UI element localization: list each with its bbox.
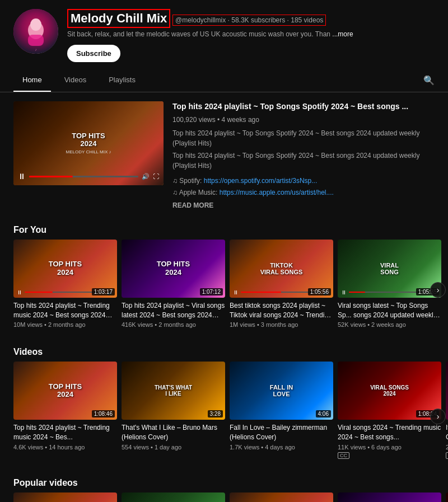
- video-thumbnail[interactable]: TOP HITS2024 ⏸ 🔊 1:03:17: [13, 492, 117, 502]
- apple-music-link[interactable]: https://music.apple.com/us/artist/hel...…: [220, 189, 334, 196]
- featured-desc2: Top hits 2024 playlist ~ Top Songs Spoti…: [172, 151, 435, 171]
- list-item[interactable]: TOP HITS2024 1:07:12 Top hits 2024 playl…: [122, 240, 225, 332]
- video-thumbnail[interactable]: TRENDINGMUSIC 2024 ⏸ 🔊 1:04:36: [338, 492, 441, 502]
- popular-section-header: Popular videos: [0, 471, 448, 492]
- list-item[interactable]: FALL INLOVE 4:06 Fall In Love – Bailey z…: [230, 362, 333, 462]
- fullscreen-icon[interactable]: ⛶: [153, 173, 159, 180]
- list-item[interactable]: TOP HITS2024 1:08:46 Top hits 2024 playl…: [13, 362, 117, 462]
- featured-section: TOP HITS2024 MELODY CHILL MIX ♪ ⏸ 🔊 ⛶ To…: [0, 92, 448, 218]
- channel-name: Melody Chill Mix: [67, 9, 170, 28]
- video-meta: 2.1K views • 8 days ago: [446, 444, 448, 451]
- scroll-right-arrow-videos[interactable]: ›: [430, 409, 446, 424]
- video-meta: 4.6K views • 14 hours ago: [13, 444, 117, 451]
- list-item[interactable]: VIRAL SONGSLATEST ⏸ 🔊 1:07:51 Viral song…: [122, 492, 225, 502]
- video-info: It's You – Ali Gatie (Chilledlab Cover) …: [446, 420, 448, 462]
- list-item[interactable]: THAT'S WHATI LIKE 3:28 That's What I Lik…: [122, 362, 225, 462]
- cc-badge: CC: [446, 452, 448, 459]
- read-more-btn[interactable]: READ MORE: [172, 201, 435, 209]
- mini-play-icon[interactable]: ⏸: [341, 289, 347, 295]
- video-title: Fall In Love – Bailey zimmerman (Helions…: [230, 423, 333, 442]
- thumb-label: VIRAL SONGS2024: [370, 384, 409, 397]
- video-title: Best tiktok songs 2024 playlist ~ Tiktok…: [230, 301, 333, 320]
- video-thumbnail[interactable]: TOP HITS2024 1:08:46: [13, 362, 117, 420]
- video-title: Top hits 2024 playlist ~ Trending music …: [13, 301, 117, 320]
- apple-link-row: ♫ Apple Music: https://music.apple.com/u…: [172, 187, 435, 199]
- video-meta: 10M views • 2 months ago: [13, 321, 117, 328]
- video-title: It's You – Ali Gatie (Chilledlab Cover): [446, 423, 448, 442]
- video-thumbnail[interactable]: THAT'S WHATI LIKE 3:28: [122, 362, 225, 420]
- video-info: Fall In Love – Bailey zimmerman (Helions…: [230, 420, 333, 454]
- video-info: Top hits 2024 playlist ~ Viral songs lat…: [122, 298, 225, 332]
- channel-avatar: ♪: [13, 9, 58, 54]
- list-item[interactable]: TOP HITS2024 ⏸ 🔊 1:03:17 Top hits 2024 p…: [13, 492, 117, 502]
- video-title: Top hits 2024 playlist ~ Trending music …: [13, 423, 117, 442]
- duration-badge: 1:05:56: [308, 288, 331, 295]
- list-item[interactable]: VIRAL SONGS2024 1:08:24 Viral songs 2024…: [338, 362, 441, 462]
- video-thumbnail[interactable]: FALL INLOVE 4:06: [230, 362, 333, 420]
- duration-badge: 4:06: [316, 410, 331, 417]
- featured-thumbnail[interactable]: TOP HITS2024 MELODY CHILL MIX ♪ ⏸ 🔊 ⛶: [13, 101, 164, 185]
- list-item[interactable]: TIKTOKVIRAL SONGS ⏸ 🔊 1:05:56 Best tikto…: [230, 492, 333, 502]
- featured-views: 100,920 views • 4 weeks ago: [172, 116, 435, 124]
- featured-thumb-sub: MELODY CHILL MIX ♪: [66, 149, 111, 154]
- tab-home[interactable]: Home: [13, 69, 51, 92]
- video-meta: 1.7K views • 4 days ago: [230, 444, 333, 451]
- video-meta: 52K views • 2 weeks ago: [338, 321, 441, 328]
- more-link[interactable]: ...more: [332, 30, 353, 38]
- scroll-right-arrow[interactable]: ›: [430, 282, 446, 298]
- list-item[interactable]: VIRALSONG ⏸ 🔊 1:05:35 Viral songs latest…: [338, 240, 441, 332]
- video-title: Viral songs 2024 ~ Trending music 2024 ~…: [338, 423, 441, 442]
- thumb-label: TIKTOKVIRAL SONGS: [260, 262, 303, 275]
- thumb-label: FALL INLOVE: [270, 384, 293, 397]
- thumb-label: VIRALSONG: [380, 262, 399, 275]
- video-info: Top hits 2024 playlist ~ Trending music …: [13, 298, 117, 332]
- video-thumbnail[interactable]: 7 YEARS 1:19:29: [446, 492, 448, 502]
- video-title: Viral songs latest ~ Top Songs Sp... son…: [338, 301, 441, 320]
- video-info: Viral songs latest ~ Top Songs Sp... son…: [338, 298, 441, 332]
- video-info: Top hits 2024 playlist ~ Trending music …: [13, 420, 117, 454]
- mini-play-icon[interactable]: ⏸: [233, 289, 239, 295]
- videos-row: TOP HITS2024 1:08:46 Top hits 2024 playl…: [0, 362, 448, 471]
- mini-play-icon[interactable]: ⏸: [17, 289, 22, 295]
- channel-header: ♪ Melody Chill Mix @melodychillmix · 58.…: [0, 0, 448, 62]
- featured-desc1: Top hits 2024 playlist ~ Top Songs Spoti…: [172, 128, 435, 148]
- video-thumbnail[interactable]: VIRAL SONGS2024 1:08:24: [338, 362, 441, 420]
- video-meta: 1M views • 3 months ago: [230, 321, 333, 328]
- video-thumbnail[interactable]: VIRALSONG ⏸ 🔊 1:05:35: [338, 240, 441, 298]
- tab-videos[interactable]: Videos: [55, 69, 96, 92]
- video-thumbnail[interactable]: IT'S YOU 3:51: [446, 362, 448, 420]
- video-title: That's What I Like – Bruno Mars (Helions…: [122, 423, 225, 442]
- list-item[interactable]: 7 YEARS 1:19:29 7 Years, Let Me Down Slo…: [446, 492, 448, 502]
- video-info: Best tiktok songs 2024 playlist ~ Tiktok…: [230, 298, 333, 332]
- channel-meta: @melodychillmix · 58.3K subscribers · 18…: [172, 15, 326, 26]
- list-item[interactable]: TIKTOKVIRAL SONGS ⏸ 🔊 1:05:56 Best tikto…: [230, 240, 333, 332]
- spotify-link[interactable]: https://open.spotify.com/artist/3sNsp...: [204, 177, 318, 185]
- for-you-row: TOP HITS2024 ⏸ 🔊 1:03:17 Top hits 2024 p…: [0, 240, 448, 341]
- subscribe-button[interactable]: Subscribe: [67, 45, 120, 62]
- list-item[interactable]: TOP HITS2024 ⏸ 🔊 1:03:17 Top hits 2024 p…: [13, 240, 117, 332]
- list-item[interactable]: TRENDINGMUSIC 2024 ⏸ 🔊 1:04:36 Trending …: [338, 492, 441, 502]
- nav-tabs: Home Videos Playlists 🔍: [0, 69, 448, 92]
- videos-section-header: Videos: [0, 340, 448, 362]
- duration-badge: 3:28: [208, 410, 223, 417]
- video-thumbnail[interactable]: TOP HITS2024 1:07:12: [122, 240, 225, 298]
- volume-icon[interactable]: 🔊: [142, 173, 150, 180]
- duration-badge: 1:08:46: [92, 410, 115, 417]
- featured-title: Top hits 2024 playlist ~ Top Songs Spoti…: [172, 101, 435, 112]
- video-meta: 416K views • 2 months ago: [122, 321, 225, 328]
- video-thumbnail[interactable]: VIRAL SONGSLATEST ⏸ 🔊 1:07:51: [122, 492, 225, 502]
- popular-row: TOP HITS2024 ⏸ 🔊 1:03:17 Top hits 2024 p…: [0, 492, 448, 502]
- svg-rect-3: [28, 35, 44, 46]
- video-info: That's What I Like – Bruno Mars (Helions…: [122, 420, 225, 454]
- video-thumbnail[interactable]: TIKTOKVIRAL SONGS ⏸ 🔊 1:05:56: [230, 492, 333, 502]
- thumb-label: TOP HITS2024: [49, 383, 82, 399]
- thumb-label: THAT'S WHATI LIKE: [155, 384, 192, 397]
- duration-badge: 1:03:17: [92, 288, 115, 295]
- video-thumbnail[interactable]: TOP HITS2024 ⏸ 🔊 1:03:17: [13, 240, 117, 298]
- thumb-label: TOP HITS2024: [49, 260, 82, 276]
- play-icon[interactable]: ⏸: [18, 172, 26, 181]
- video-thumbnail[interactable]: TIKTOKVIRAL SONGS ⏸ 🔊 1:05:56: [230, 240, 333, 298]
- list-item[interactable]: IT'S YOU 3:51 It's You – Ali Gatie (Chil…: [446, 362, 448, 462]
- search-icon[interactable]: 🔍: [423, 75, 435, 86]
- tab-playlists[interactable]: Playlists: [100, 69, 144, 92]
